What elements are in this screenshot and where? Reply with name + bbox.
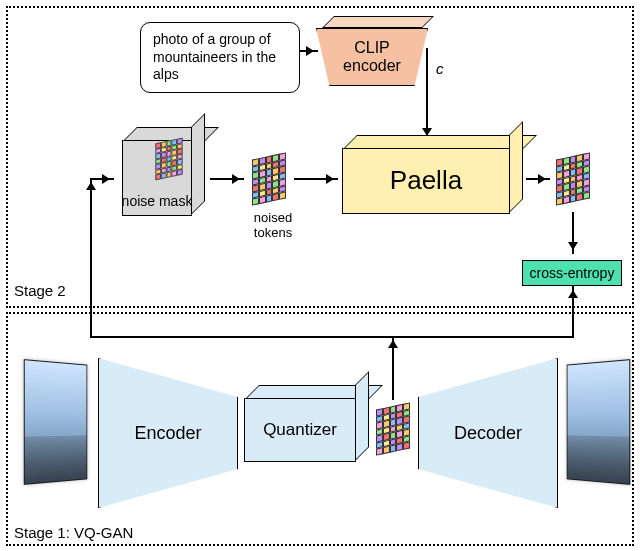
decoder-label: Decoder: [454, 423, 522, 444]
arrow-out-to-xent: [572, 212, 574, 254]
noised-tokens: [252, 152, 286, 205]
noise-mask-label: noise mask: [122, 193, 193, 209]
arrow-prompt-to-clip: [300, 50, 318, 52]
stage2-label: Stage 2: [14, 282, 66, 299]
arrow-into-noise-mask: [90, 178, 92, 336]
stage1-label: Stage 1: VQ-GAN: [14, 524, 133, 541]
output-image: [567, 359, 631, 485]
input-image: [24, 359, 88, 485]
line-horizontal-bridge: [90, 336, 574, 338]
token-grid-in-mask: [155, 138, 182, 181]
arrow-paella-to-out: [526, 178, 550, 180]
text-prompt: photo of a group of mountaineers in the …: [140, 22, 300, 93]
cross-entropy-label: cross-entropy: [530, 265, 615, 281]
clip-output-var: c: [436, 60, 444, 77]
clip-encoder-label: CLIP encoder: [343, 39, 401, 74]
clip-encoder: CLIP encoder: [316, 28, 428, 86]
clip-encoder-top: [322, 16, 434, 28]
paella-label: Paella: [390, 166, 462, 196]
line-tokens-up: [392, 336, 394, 400]
vq-tokens: [376, 402, 410, 455]
paella-block: Paella: [342, 148, 510, 214]
arrow-bridge-to-xent: [572, 286, 574, 336]
quantizer: Quantizer: [244, 398, 356, 462]
arrow-mask-to-noised: [210, 178, 244, 180]
quantizer-label: Quantizer: [263, 420, 337, 440]
text-prompt-content: photo of a group of mountaineers in the …: [153, 31, 276, 82]
predicted-tokens: [556, 152, 590, 205]
encoder-label: Encoder: [134, 423, 201, 444]
arrow-clip-to-paella: [426, 48, 428, 140]
arrow-into-noise-mask-h: [90, 178, 114, 180]
arrow-noised-to-paella: [294, 178, 338, 180]
cross-entropy: cross-entropy: [522, 260, 622, 286]
noised-tokens-label: noised tokens: [244, 210, 302, 240]
